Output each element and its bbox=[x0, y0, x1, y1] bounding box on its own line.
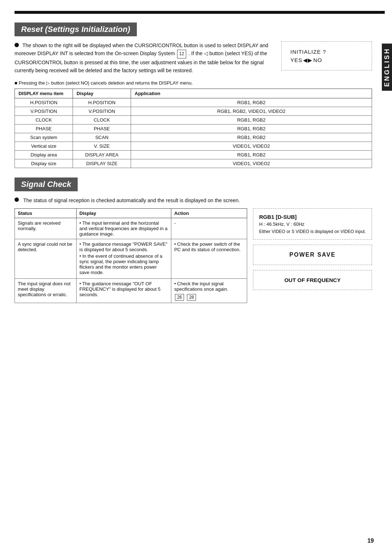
table-cell: PHASE bbox=[73, 125, 131, 133]
table-cell: RGB1, RGB2, VIDEO1, VIDEO2 bbox=[131, 107, 372, 116]
signal-action-3: • Check the input signal specifications … bbox=[171, 278, 247, 303]
signal-display-2-item2: • In the event of continued absence of a… bbox=[79, 253, 168, 275]
top-bar bbox=[15, 11, 385, 14]
reset-para1: The shown to the right will be displayed… bbox=[15, 41, 274, 74]
initialize-question: INITIALIZE ? bbox=[290, 49, 326, 55]
signal-display-3: • The guidance message "OUT OF FREQUENCY… bbox=[76, 278, 171, 303]
col-header-menu: DISPLAY menu item bbox=[15, 89, 73, 98]
ref-badge-12: 12 bbox=[177, 50, 186, 58]
signal-col-display: Display bbox=[76, 208, 171, 218]
initialize-box: INITIALIZE ? YES ◀▶ NO bbox=[281, 41, 372, 70]
table-cell: Scan system bbox=[15, 133, 73, 142]
table-cell: V. SIZE bbox=[73, 142, 131, 151]
table-cell: RGB1, RGB2 bbox=[131, 133, 372, 142]
out-of-frequency-box: OUT OF FREQUENCY bbox=[253, 270, 372, 290]
table-cell: V.POSITION bbox=[15, 107, 73, 116]
reset-top-area: The shown to the right will be displayed… bbox=[15, 41, 372, 76]
table-row: Display areaDISPLAY AREARGB1, RGB2 bbox=[15, 151, 372, 159]
table-cell: RGB1, RGB2 bbox=[131, 98, 372, 107]
out-of-frequency-text: OUT OF FREQUENCY bbox=[284, 277, 340, 283]
ref-badge-26: 26 bbox=[175, 294, 184, 301]
signal-section-layout: Status Display Action Signals are receiv… bbox=[15, 208, 372, 309]
table-cell: Display size bbox=[15, 159, 73, 168]
table-row: Vertical sizeV. SIZEVIDEO1, VIDEO2 bbox=[15, 142, 372, 151]
signal-col-status: Status bbox=[15, 208, 77, 218]
table-cell: H.POSITION bbox=[73, 98, 131, 107]
signal-row-1: Signals are received normally. • The inp… bbox=[15, 218, 247, 239]
reset-description: The shown to the right will be displayed… bbox=[15, 41, 274, 76]
signal-right-boxes: RGB1 [D-SUB] H : 46.5kHz, V : 60Hz Eithe… bbox=[253, 208, 372, 309]
signal-status-3: The input signal does not meet display s… bbox=[15, 278, 77, 303]
table-cell: RGB1, RGB2 bbox=[131, 116, 372, 125]
table-cell: V.POSITION bbox=[73, 107, 131, 116]
signal-display-2: • The guidance message "POWER SAVE" is d… bbox=[76, 239, 171, 278]
signal-col-action: Action bbox=[171, 208, 247, 218]
col-header-application: Application bbox=[131, 89, 372, 98]
signal-header-row: Status Display Action bbox=[15, 208, 247, 218]
signal-bullet-icon bbox=[15, 197, 19, 202]
signal-heading-block: Signal Check bbox=[15, 177, 78, 191]
page-wrapper: ENGLISH Reset (Settings Initialization) … bbox=[0, 0, 392, 555]
table-cell: CLOCK bbox=[73, 116, 131, 125]
table-cell: H.POSITION bbox=[15, 98, 73, 107]
power-save-box: POWER SAVE bbox=[253, 245, 372, 265]
table-cell: VIDEO1, VIDEO2 bbox=[131, 142, 372, 151]
table-cell: VIDEO1, VIDEO2 bbox=[131, 159, 372, 168]
reset-heading-text: Reset (Settings Initialization) bbox=[21, 25, 130, 34]
signal-table: Status Display Action Signals are receiv… bbox=[15, 208, 247, 303]
signal-row-3: The input signal does not meet display s… bbox=[15, 278, 247, 303]
table-cell: RGB1, RGB2 bbox=[131, 125, 372, 133]
table-row: CLOCKCLOCKRGB1, RGB2 bbox=[15, 116, 372, 125]
signal-action-2: • Check the power switch of the PC and i… bbox=[171, 239, 247, 278]
bullet-icon bbox=[15, 43, 19, 47]
table-cell: DISPLAY AREA bbox=[73, 151, 131, 159]
reset-heading-block: Reset (Settings Initialization) bbox=[15, 23, 137, 36]
signal-row-2: A sync signal could not be detected. • T… bbox=[15, 239, 247, 278]
rgb1-dsub-box: RGB1 [D-SUB] H : 46.5kHz, V : 60Hz Eithe… bbox=[253, 208, 372, 240]
signal-display-1: • The input terminal and the horizontal … bbox=[76, 218, 171, 239]
signal-status-2: A sync signal could not be detected. bbox=[15, 239, 77, 278]
table-row: H.POSITIONH.POSITIONRGB1, RGB2 bbox=[15, 98, 372, 107]
rgb1-dsub-note: Either VIDEO or S VIDEO is displayed on … bbox=[259, 229, 366, 234]
pressing-note: ■ Pressing the ▷ button (select NO) canc… bbox=[15, 80, 372, 86]
english-tab: ENGLISH bbox=[382, 44, 392, 91]
table-row: V.POSITIONV.POSITIONRGB1, RGB2, VIDEO1, … bbox=[15, 107, 372, 116]
table-row: Scan systemSCANRGB1, RGB2 bbox=[15, 133, 372, 142]
signal-display-2-item1: • The guidance message "POWER SAVE" is d… bbox=[79, 241, 168, 252]
signal-status-1: Signals are received normally. bbox=[15, 218, 77, 239]
display-table-body: H.POSITIONH.POSITIONRGB1, RGB2V.POSITION… bbox=[15, 98, 372, 168]
table-cell: DISPLAY SIZE bbox=[73, 159, 131, 168]
signal-bullet-text: The status of signal reception is checke… bbox=[15, 196, 372, 204]
initialize-yes-no: YES ◀▶ NO bbox=[290, 57, 322, 64]
page-number: 19 bbox=[367, 538, 374, 544]
table-cell: Vertical size bbox=[15, 142, 73, 151]
ref-badge-28: 28 bbox=[187, 294, 196, 301]
table-cell: Display area bbox=[15, 151, 73, 159]
table-header-row: DISPLAY menu item Display Application bbox=[15, 89, 372, 98]
table-cell: SCAN bbox=[73, 133, 131, 142]
rgb1-dsub-title: RGB1 [D-SUB] bbox=[259, 214, 366, 220]
power-save-text: POWER SAVE bbox=[289, 252, 335, 258]
rgb1-dsub-sub: H : 46.5kHz, V : 60Hz bbox=[259, 221, 366, 227]
signal-action-1: - bbox=[171, 218, 247, 239]
table-row: PHASEPHASERGB1, RGB2 bbox=[15, 125, 372, 133]
content-area: Reset (Settings Initialization) The show… bbox=[15, 23, 385, 309]
display-menu-table: DISPLAY menu item Display Application H.… bbox=[15, 89, 372, 168]
table-cell: PHASE bbox=[15, 125, 73, 133]
col-header-display: Display bbox=[73, 89, 131, 98]
signal-heading-text: Signal Check bbox=[21, 180, 71, 189]
table-cell: RGB1, RGB2 bbox=[131, 151, 372, 159]
table-row: Display sizeDISPLAY SIZEVIDEO1, VIDEO2 bbox=[15, 159, 372, 168]
signal-table-wrapper: Status Display Action Signals are receiv… bbox=[15, 208, 247, 309]
table-cell: CLOCK bbox=[15, 116, 73, 125]
